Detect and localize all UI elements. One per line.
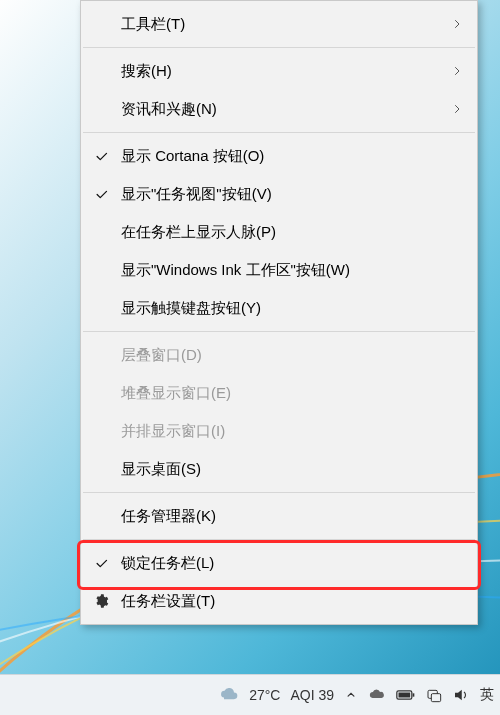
menu-item-label: 工具栏(T) xyxy=(121,15,439,34)
menu-item-lock-taskbar[interactable]: 锁定任务栏(L) xyxy=(81,544,477,582)
svg-rect-2 xyxy=(399,693,411,698)
menu-item-label: 任务管理器(K) xyxy=(121,507,439,526)
menu-item-show-people[interactable]: 在任务栏上显示人脉(P) xyxy=(81,213,477,251)
menu-item-label: 显示"任务视图"按钮(V) xyxy=(121,185,439,204)
menu-item-task-manager[interactable]: 任务管理器(K) xyxy=(81,497,477,535)
desktop-background: 工具栏(T)搜索(H)资讯和兴趣(N)显示 Cortana 按钮(O)显示"任务… xyxy=(0,0,500,715)
menu-item-show-ink[interactable]: 显示"Windows Ink 工作区"按钮(W) xyxy=(81,251,477,289)
menu-item-label: 堆叠显示窗口(E) xyxy=(121,384,439,403)
weather-icon[interactable] xyxy=(219,685,239,705)
check-icon xyxy=(81,149,121,164)
taskbar[interactable]: 27°C AQI 39 英 xyxy=(0,674,500,715)
menu-item-label: 任务栏设置(T) xyxy=(121,592,439,611)
menu-item-label: 显示"Windows Ink 工作区"按钮(W) xyxy=(121,261,439,280)
menu-item-label: 显示触摸键盘按钮(Y) xyxy=(121,299,439,318)
menu-item-cascade: 层叠窗口(D) xyxy=(81,336,477,374)
menu-separator xyxy=(83,492,475,493)
menu-item-label: 搜索(H) xyxy=(121,62,439,81)
network-icon[interactable] xyxy=(426,687,442,703)
menu-item-label: 锁定任务栏(L) xyxy=(121,554,439,573)
chevron-right-icon xyxy=(439,103,463,115)
menu-item-sidebyside: 并排显示窗口(I) xyxy=(81,412,477,450)
check-icon xyxy=(81,187,121,202)
volume-icon[interactable] xyxy=(452,686,470,704)
ime-indicator[interactable]: 英 xyxy=(480,686,494,704)
battery-icon[interactable] xyxy=(396,688,416,702)
menu-item-show-taskview[interactable]: 显示"任务视图"按钮(V) xyxy=(81,175,477,213)
taskbar-context-menu: 工具栏(T)搜索(H)资讯和兴趣(N)显示 Cortana 按钮(O)显示"任务… xyxy=(80,0,478,625)
menu-item-show-desktop[interactable]: 显示桌面(S) xyxy=(81,450,477,488)
menu-separator xyxy=(83,539,475,540)
menu-item-label: 资讯和兴趣(N) xyxy=(121,100,439,119)
menu-separator xyxy=(83,132,475,133)
svg-rect-1 xyxy=(413,693,415,696)
weather-aqi[interactable]: AQI 39 xyxy=(290,687,334,703)
menu-item-label: 在任务栏上显示人脉(P) xyxy=(121,223,439,242)
menu-item-toolbars[interactable]: 工具栏(T) xyxy=(81,5,477,43)
menu-item-label: 显示桌面(S) xyxy=(121,460,439,479)
chevron-right-icon xyxy=(439,18,463,30)
menu-item-search[interactable]: 搜索(H) xyxy=(81,52,477,90)
menu-item-label: 并排显示窗口(I) xyxy=(121,422,439,441)
onedrive-icon[interactable] xyxy=(368,686,386,704)
menu-item-label: 层叠窗口(D) xyxy=(121,346,439,365)
chevron-right-icon xyxy=(439,65,463,77)
menu-item-label: 显示 Cortana 按钮(O) xyxy=(121,147,439,166)
tray-chevron-icon[interactable] xyxy=(344,688,358,702)
menu-item-news[interactable]: 资讯和兴趣(N) xyxy=(81,90,477,128)
menu-item-stacked: 堆叠显示窗口(E) xyxy=(81,374,477,412)
menu-separator xyxy=(83,47,475,48)
weather-temp[interactable]: 27°C xyxy=(249,687,280,703)
menu-item-taskbar-settings[interactable]: 任务栏设置(T) xyxy=(81,582,477,620)
menu-item-show-cortana[interactable]: 显示 Cortana 按钮(O) xyxy=(81,137,477,175)
gear-icon xyxy=(81,593,121,609)
check-icon xyxy=(81,556,121,571)
menu-separator xyxy=(83,331,475,332)
menu-item-show-touchkbd[interactable]: 显示触摸键盘按钮(Y) xyxy=(81,289,477,327)
svg-rect-4 xyxy=(431,694,440,702)
